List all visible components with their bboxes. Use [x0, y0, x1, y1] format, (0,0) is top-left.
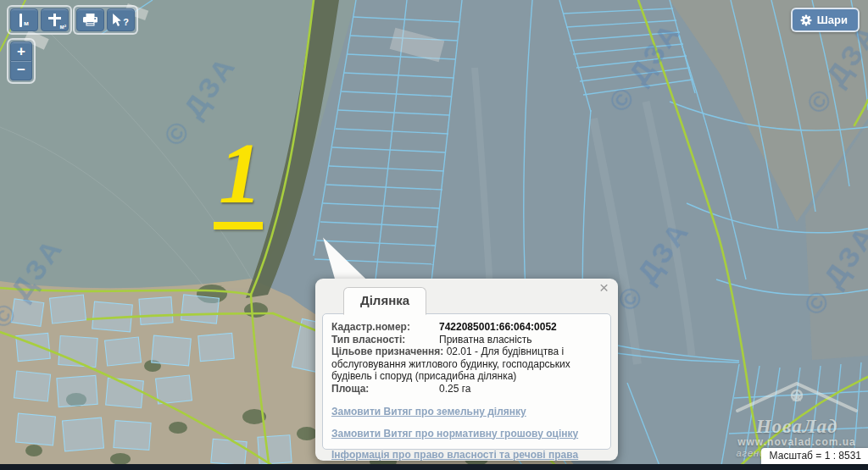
measure-area-button[interactable]: м²	[41, 8, 69, 31]
parcel-info-popup: × Ділянка Кадастр.номер:7422085001:66:06…	[315, 279, 618, 461]
map-viewport[interactable]: © ДЗА © ДЗА © ДЗА © ДЗА © ДЗА © ДЗА 1 м …	[0, 0, 868, 470]
ownership-rights-info-link[interactable]: Інформація про право власності та речові…	[331, 449, 602, 462]
measure-length-button[interactable]: м	[10, 8, 38, 31]
order-land-extract-link[interactable]: Замовити Витяг про земельну ділянку	[331, 406, 602, 418]
tab-parcel[interactable]: Ділянка	[343, 287, 426, 315]
layers-button[interactable]: Шари	[791, 8, 860, 32]
measure-area-unit: м²	[59, 24, 66, 30]
field-cadastral-number: Кадастр.номер:7422085001:66:064:0052	[331, 321, 602, 334]
print-icon	[83, 14, 97, 26]
field-ownership-type: Тип власності:Приватна власність	[331, 334, 602, 346]
field-label: Площа:	[331, 383, 439, 395]
cursor-icon	[113, 14, 122, 26]
field-value: 0.25 га	[439, 383, 470, 395]
measure-length-unit: м	[24, 19, 29, 27]
field-designated-purpose: Цільове призначення: 02.01 - Для будівни…	[331, 346, 602, 383]
map-marker-1: 1	[219, 131, 262, 216]
zoom-out-button[interactable]: −	[10, 61, 32, 80]
field-label: Кадастр.номер:	[331, 321, 439, 334]
layers-button-label: Шари	[817, 14, 848, 26]
close-icon[interactable]: ×	[599, 279, 609, 296]
ruler-icon	[19, 14, 22, 27]
print-button[interactable]	[76, 8, 104, 31]
measure-toolbar: м м²	[7, 5, 72, 35]
action-toolbar: ?	[73, 5, 138, 35]
order-valuation-extract-link[interactable]: Замовити Витяг про нормативну грошову оц…	[331, 428, 602, 440]
field-value: Приватна власність	[439, 334, 532, 346]
bottom-border-strip	[0, 464, 868, 470]
map-marker-underline	[214, 222, 263, 229]
zoom-control: + −	[7, 38, 36, 84]
zoom-in-button[interactable]: +	[10, 41, 32, 61]
field-value: 7422085001:66:064:0052	[439, 321, 557, 333]
field-label: Цільове призначення:	[331, 346, 443, 358]
field-label: Тип власності:	[331, 334, 439, 346]
gear-icon	[800, 14, 812, 26]
identify-question-mark: ?	[123, 17, 129, 27]
identify-button[interactable]: ?	[107, 8, 135, 31]
field-area: Площа:0.25 га	[331, 383, 602, 395]
parcel-info-panel: Кадастр.номер:7422085001:66:064:0052 Тип…	[322, 313, 611, 450]
scale-indicator: Масштаб = 1 : 8531	[761, 448, 868, 464]
